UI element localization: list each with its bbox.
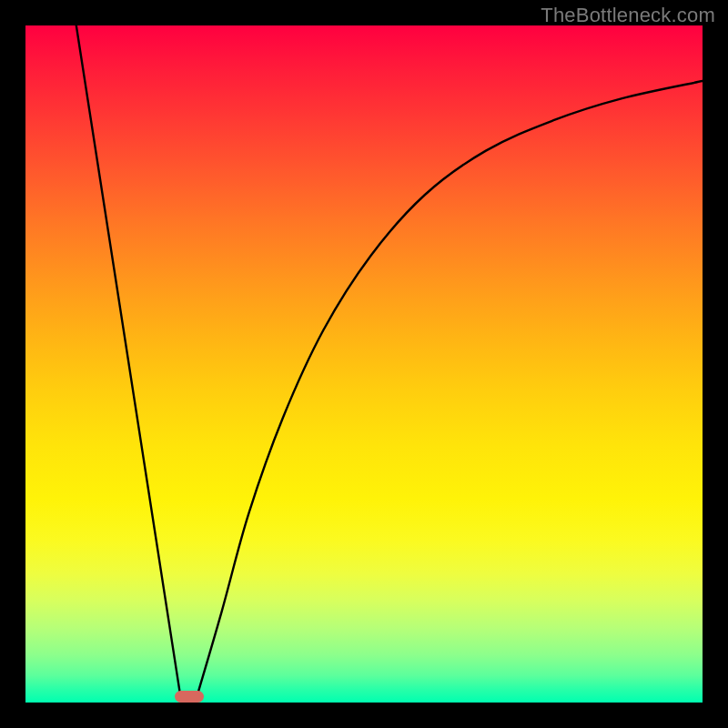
bottleneck-curve [25, 25, 703, 703]
curve-right-segment [198, 81, 703, 693]
watermark-text: TheBottleneck.com [541, 4, 715, 27]
plot-frame [25, 25, 703, 703]
curve-left-segment [76, 25, 180, 693]
min-point-marker [175, 691, 205, 703]
